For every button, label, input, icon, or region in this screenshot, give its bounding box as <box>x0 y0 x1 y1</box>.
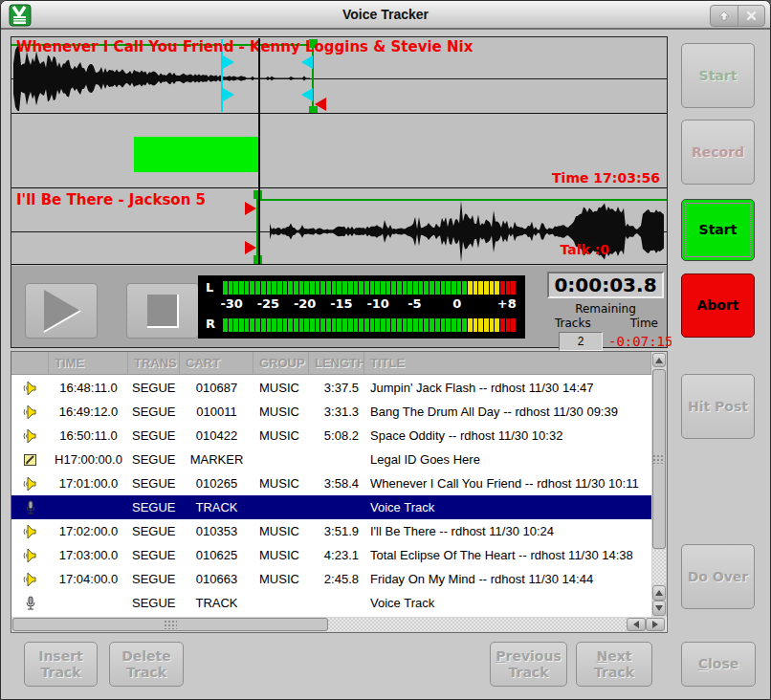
meter-segment <box>495 318 499 332</box>
column-header-GROUP[interactable]: GROUP <box>253 352 309 374</box>
meter-segment <box>452 318 456 332</box>
cell-len: 3:37.5 <box>309 381 364 395</box>
meter-segment <box>288 281 293 295</box>
vertical-scrollbar[interactable] <box>651 352 667 617</box>
log-row[interactable]: 16:48:11.0SEGUE010687MUSIC3:37.5Jumpin' … <box>11 376 651 400</box>
scroll-left-button[interactable] <box>627 618 646 631</box>
log-row[interactable]: 17:03:00.0SEGUE010625MUSIC4:23.1Total Ec… <box>11 543 651 567</box>
scroll-track[interactable] <box>652 550 666 584</box>
start-disabled-button[interactable]: Start <box>681 43 755 108</box>
log-row-selected[interactable]: SEGUETRACKVoice Track <box>11 495 651 519</box>
log-table: TIMETRANSCARTGROUPLENGTHTITLE 16:48:11.0… <box>11 351 668 633</box>
meter-segment <box>403 318 408 332</box>
cell-icon <box>11 452 49 468</box>
vertical-scroll-thumb[interactable] <box>652 369 666 549</box>
fade-handle-icon[interactable] <box>301 55 313 69</box>
log-row[interactable]: 16:50:11.0SEGUE010422MUSIC5:08.2Space Od… <box>11 424 651 448</box>
play-icon <box>34 287 88 335</box>
column-header-TIME[interactable]: TIME <box>49 352 128 374</box>
cell-cart: 010011 <box>180 405 253 419</box>
abort-button[interactable]: Abort <box>681 273 755 338</box>
start-button[interactable]: Start <box>681 199 755 261</box>
meter-segment <box>332 318 337 332</box>
meter-segment <box>316 281 320 295</box>
meter-segment <box>506 281 511 295</box>
cell-group: MUSIC <box>253 572 309 586</box>
waveform-strip-track1[interactable]: Whenever I Call You Friend - Kenny Loggi… <box>11 37 667 114</box>
titlebar[interactable]: Voice Tracker <box>1 1 770 30</box>
next-track-button[interactable]: NextTrack <box>576 642 652 687</box>
cell-cart: MARKER <box>180 452 253 467</box>
meter-segment <box>391 281 396 295</box>
log-row[interactable]: 16:49:12.0SEGUE010011MUSIC3:31.3Bang The… <box>11 400 651 424</box>
cell-trans: SEGUE <box>128 428 180 443</box>
cell-trans: SEGUE <box>128 572 180 586</box>
meter-segment <box>490 281 495 295</box>
voice-track-region[interactable] <box>134 137 258 172</box>
log-row[interactable]: SEGUETRACKVoice Track <box>11 591 651 615</box>
log-row[interactable]: H17:00:00.0SEGUEMARKERLegal ID Goes Here <box>11 448 651 471</box>
start-handle-icon[interactable] <box>245 241 256 254</box>
shade-arrow-icon <box>718 11 730 21</box>
meter-segment <box>272 281 276 295</box>
cell-cart: TRACK <box>180 500 253 514</box>
insert-track-button[interactable]: InsertTrack <box>24 642 98 687</box>
meter-segment <box>435 318 440 332</box>
meter-segment <box>413 281 418 295</box>
meter-bar-left <box>223 281 516 295</box>
horizontal-scroll-thumb[interactable] <box>12 618 328 631</box>
close-button[interactable]: Close <box>681 642 756 687</box>
log-row[interactable]: 17:04:00.0SEGUE010663MUSIC2:45.8Friday O… <box>11 567 651 591</box>
stop-button[interactable] <box>126 283 199 339</box>
start-handle-icon[interactable] <box>245 202 256 215</box>
cue-handle-icon[interactable] <box>223 88 234 101</box>
meter-scale-tick: +8 <box>497 296 517 311</box>
meter-segment <box>462 281 467 295</box>
column-header-LENGTH[interactable]: LENGTH <box>309 352 364 374</box>
hit-post-button[interactable]: Hit Post <box>681 374 755 439</box>
cell-title: Voice Track <box>364 596 651 610</box>
cell-title: Friday On My Mind -- rdhost 11/30 14:44 <box>364 572 651 586</box>
delete-track-button[interactable]: DeleteTrack <box>109 642 184 687</box>
meter-segment <box>304 281 309 295</box>
waveform-strip-track3[interactable]: I'll Be There - Jackson 5 Talk :0 <box>11 189 667 265</box>
fade-handle-icon[interactable] <box>301 88 313 101</box>
meter-segment <box>233 281 238 295</box>
play-button[interactable] <box>25 283 98 339</box>
cell-icon <box>11 548 49 563</box>
scroll-right-button[interactable] <box>646 618 665 631</box>
meter-segment <box>474 281 478 295</box>
log-row[interactable]: 17:02:00.0SEGUE010353MUSIC3:51.9I'll Be … <box>11 519 651 543</box>
cell-group: MUSIC <box>253 524 309 538</box>
meter-segment <box>446 281 451 295</box>
scroll-track[interactable] <box>328 618 627 631</box>
waveform-strip-track2[interactable]: Time 17:03:56 <box>11 115 667 188</box>
scroll-up-button[interactable] <box>652 353 666 367</box>
cell-icon <box>11 572 49 587</box>
meter-segment <box>229 281 233 295</box>
meter-scale-tick: -15 <box>330 296 353 311</box>
column-header-CART[interactable]: CART <box>180 352 253 374</box>
meter-segment <box>375 281 380 295</box>
speaker-icon <box>22 381 39 396</box>
previous-track-button[interactable]: PreviousTrack <box>490 642 567 687</box>
column-header-TRANS[interactable]: TRANS <box>128 352 180 374</box>
column-header-icon[interactable] <box>11 352 49 374</box>
column-header-TITLE[interactable]: TITLE <box>364 352 651 374</box>
cell-time: H17:00:00.0 <box>49 452 128 467</box>
time-label: Time 17:03:56 <box>552 170 660 186</box>
meter-segment <box>381 318 386 332</box>
remaining-panel: Remaining Tracks Time 2 -0:07:15.3 <box>540 302 672 351</box>
cell-title: Voice Track <box>364 500 651 514</box>
meter-segment <box>435 281 440 295</box>
scroll-down-button[interactable] <box>652 601 666 616</box>
log-row[interactable]: 17:01:00.0SEGUE010265MUSIC3:58.4Whenever… <box>11 471 651 495</box>
close-window-button[interactable] <box>738 6 765 26</box>
cue-handle-icon[interactable] <box>223 55 234 69</box>
horizontal-scrollbar[interactable] <box>11 617 666 632</box>
do-over-button[interactable]: Do Over <box>681 544 755 609</box>
end-handle-icon[interactable] <box>315 98 326 111</box>
shade-button[interactable] <box>711 6 738 26</box>
scroll-up-button[interactable] <box>652 585 666 601</box>
record-button[interactable]: Record <box>681 120 755 185</box>
